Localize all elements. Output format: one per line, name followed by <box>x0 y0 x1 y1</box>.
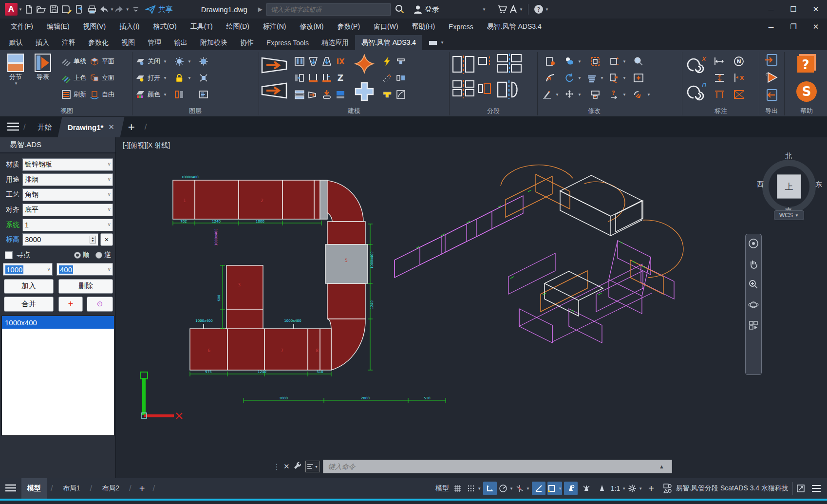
scale-value-button[interactable]: 1:1▼ <box>611 482 626 495</box>
file-tabs-menu-icon[interactable] <box>7 122 19 132</box>
command-drag-handle[interactable]: ⋮ <box>273 462 281 471</box>
login-menu-caret[interactable]: ▼ <box>477 2 490 17</box>
polar-tracking-button[interactable]: ▼ <box>499 482 513 495</box>
ribbon-tab-view[interactable]: 视图 <box>115 35 141 50</box>
delete-section-button[interactable]: IX <box>335 56 346 67</box>
command-history-toggle[interactable]: ▲ <box>659 464 664 469</box>
ribbon-tab-yizhi-duct[interactable]: 易智.风管 ADS3.4 <box>355 35 422 50</box>
help-button[interactable]: ?▼ <box>533 2 549 17</box>
circle-button[interactable]: ⊙ <box>87 297 113 312</box>
zoom-check-button[interactable] <box>632 53 652 70</box>
layout2-tab[interactable]: 布局2 <box>96 478 125 499</box>
login-button[interactable]: 登录 <box>413 2 439 17</box>
dim-coord-button[interactable]: X <box>733 73 744 83</box>
single-line-button[interactable]: 单线 <box>59 53 88 70</box>
erase-button[interactable] <box>544 53 557 70</box>
duct-columns-button[interactable] <box>294 56 305 67</box>
menu-insert[interactable]: 插入(I) <box>113 19 146 35</box>
copy-button[interactable]: ▼ <box>563 53 583 70</box>
duct-2d[interactable] <box>173 180 368 370</box>
add-button[interactable]: 加入 <box>4 279 54 294</box>
height-select[interactable]: 400˅ <box>56 263 113 276</box>
annotation-scale-icon[interactable] <box>595 482 609 495</box>
layer-on-button[interactable]: 打开▼ <box>133 70 169 86</box>
segment-single-button[interactable] <box>477 56 492 75</box>
tab-start[interactable]: 开始 <box>30 117 60 137</box>
customize-quick-access-button[interactable] <box>130 2 142 17</box>
update-print-button[interactable] <box>588 86 602 103</box>
print-button[interactable] <box>86 2 98 17</box>
transition-button[interactable] <box>308 89 319 100</box>
tab-close-icon[interactable]: ✕ <box>108 123 114 131</box>
grid-display-button[interactable] <box>451 482 465 495</box>
undo-button[interactable]: ▼ <box>98 2 114 17</box>
duct-draw-button[interactable] <box>261 55 288 77</box>
ribbon-tab-collaborate[interactable]: 协作 <box>234 35 260 50</box>
flex-duct-button[interactable] <box>380 53 394 70</box>
layout-menu-icon[interactable] <box>5 484 17 493</box>
doc-close-button[interactable]: ✕ <box>805 19 827 35</box>
menu-edit[interactable]: 编辑(E) <box>40 19 76 35</box>
tee-yellow-button[interactable] <box>380 86 394 103</box>
ribbon-tab-insert[interactable]: 插入 <box>29 35 56 50</box>
plugin-status[interactable]: 易智.风管分段 ScatADS 3.4 水猫科技 <box>663 482 789 495</box>
query-button[interactable]: ?▼ <box>607 86 628 103</box>
close-button[interactable]: ✕ <box>805 0 827 19</box>
new-file-button[interactable] <box>22 2 35 17</box>
export-table-button[interactable]: 导表 <box>30 53 56 81</box>
drawing-geometry[interactable]: 1000x40070212401000975124051010002000510… <box>116 137 827 478</box>
command-close-icon[interactable]: ✕ <box>283 462 290 471</box>
free-view-button[interactable]: 自由 <box>88 86 116 103</box>
array-stack-button[interactable]: ▼ <box>585 70 605 86</box>
cross-fitting-button[interactable] <box>353 81 376 105</box>
store-cart-icon[interactable] <box>496 2 508 17</box>
tee-up-button[interactable] <box>308 73 319 83</box>
width-select[interactable]: 1000˅ <box>3 263 53 276</box>
menu-modify[interactable]: 修改(M) <box>293 19 330 35</box>
save-button[interactable] <box>48 2 60 17</box>
isometric-draft-button[interactable] <box>532 482 545 495</box>
rotate-button[interactable]: ▼ <box>563 70 583 86</box>
layer-lock-button[interactable]: ▼ <box>172 70 193 86</box>
annotation-visibility-button[interactable] <box>564 482 578 495</box>
segment-pair-button[interactable] <box>497 53 522 75</box>
layers-flat-button[interactable] <box>294 89 305 100</box>
ccw-radio[interactable]: 逆 <box>95 251 111 260</box>
layout1-tab[interactable]: 布局1 <box>57 478 86 499</box>
size-list-item[interactable]: 1000x400 <box>2 316 114 329</box>
curve-duct-button[interactable] <box>394 86 408 103</box>
layer-isolate-button[interactable] <box>172 86 193 103</box>
elevation-input[interactable]: 3000 ▲▼ <box>22 233 98 246</box>
scat-logo-button[interactable]: S <box>795 80 818 105</box>
new-layout-button[interactable]: + <box>135 478 149 499</box>
menu-dimension[interactable]: 标注(N) <box>256 19 293 35</box>
menu-parametric[interactable]: 参数(P) <box>330 19 367 35</box>
merge-button[interactable]: 合并 <box>4 297 54 312</box>
redo-button[interactable]: ▼ <box>114 2 130 17</box>
split-section-button[interactable]: 分节 ▼ <box>3 53 28 86</box>
viewcube-west[interactable]: 西 <box>757 180 764 189</box>
isolate-objects-button[interactable]: + <box>644 482 658 495</box>
tab-drawing1[interactable]: Drawing1*✕ <box>57 117 124 137</box>
layer-off-button[interactable]: 关闭▼ <box>133 53 169 70</box>
wcs-button[interactable]: WCS▼ <box>774 210 804 220</box>
viewcube-north[interactable]: 北 <box>785 152 792 161</box>
align-section-button[interactable] <box>294 73 305 83</box>
ortho-mode-button[interactable] <box>483 482 497 495</box>
viewcube-top-face[interactable]: 上 <box>777 174 801 199</box>
dim-elevation-button[interactable] <box>714 73 724 83</box>
arc-edit-button[interactable] <box>544 70 557 86</box>
select-arrow-button[interactable]: ▼ <box>632 86 652 103</box>
help-doc-button[interactable]: ? <box>795 53 818 77</box>
search-input[interactable] <box>266 3 391 16</box>
viewcube-east[interactable]: 东 <box>815 180 822 189</box>
plus-button[interactable]: + <box>58 297 83 312</box>
viewport-sun-button[interactable] <box>197 53 210 70</box>
orbit-icon[interactable] <box>748 299 759 312</box>
menu-view[interactable]: 视图(V) <box>76 19 113 35</box>
ribbon-display-toggle[interactable]: ▼ <box>422 35 451 50</box>
panel-blue-button[interactable] <box>335 89 346 100</box>
move-button[interactable]: ▼ <box>563 86 583 103</box>
select-similar-button[interactable] <box>588 53 602 70</box>
shade-button[interactable]: 上色 <box>59 70 88 86</box>
